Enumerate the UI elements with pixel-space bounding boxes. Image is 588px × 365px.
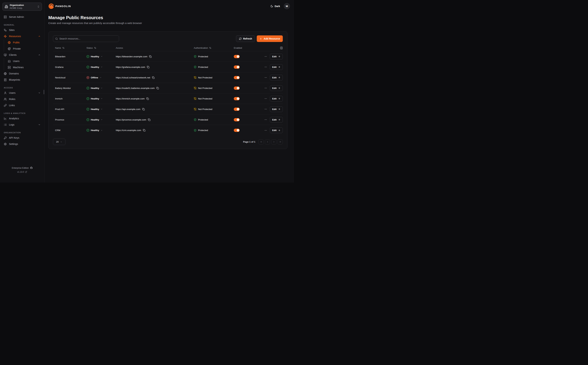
row-menu-icon[interactable] <box>264 76 267 79</box>
refresh-button[interactable]: Refresh <box>236 35 255 42</box>
edit-button[interactable]: Edit <box>270 106 283 112</box>
enabled-toggle[interactable] <box>234 76 240 79</box>
add-resource-button[interactable]: Add Resource <box>257 35 283 42</box>
enabled-toggle[interactable] <box>234 55 240 58</box>
enabled-toggle[interactable] <box>234 118 240 121</box>
avatar[interactable]: M <box>284 3 290 9</box>
status-dropdown[interactable]: Healthy <box>86 108 116 111</box>
theme-toggle[interactable]: Dark <box>270 5 280 7</box>
edit-button[interactable]: Edit <box>270 64 283 70</box>
copy-icon[interactable] <box>143 129 145 132</box>
copy-icon[interactable] <box>147 66 150 68</box>
edit-button[interactable]: Edit <box>270 127 283 133</box>
enabled-toggle[interactable] <box>234 65 240 69</box>
sidebar-item-links[interactable]: Links <box>2 102 43 108</box>
access-cell: https://grafana.example.com <box>116 66 194 68</box>
edition-link[interactable]: Enterprise Edition <box>0 167 44 169</box>
status-dropdown[interactable]: Healthy <box>86 55 116 58</box>
status-dropdown[interactable]: Healthy <box>86 118 116 121</box>
next-page-button[interactable] <box>271 139 276 145</box>
column-header-authentication[interactable]: Authentication <box>194 47 234 49</box>
status-label: Offline <box>91 76 98 79</box>
row-actions: Edit <box>262 106 283 112</box>
search-input[interactable] <box>59 37 117 40</box>
authentication-cell: Not Protected <box>194 97 234 100</box>
copy-icon[interactable] <box>146 97 149 100</box>
status-dropdown[interactable]: Healthy <box>86 97 116 100</box>
sidebar-item-public[interactable]: Public <box>6 39 43 46</box>
page-header: Manage Public Resources Create and manag… <box>48 15 287 25</box>
row-menu-icon[interactable] <box>264 97 267 100</box>
page-size-select[interactable]: 20 <box>53 139 65 145</box>
status-dropdown[interactable]: Offline <box>86 76 116 79</box>
sidebar-item-analytics[interactable]: Analytics <box>2 115 43 122</box>
chevron-down-icon <box>101 66 103 68</box>
sidebar-scrollbar[interactable] <box>44 90 44 94</box>
status-dropdown[interactable]: Healthy <box>86 129 116 132</box>
copy-icon[interactable] <box>148 119 150 121</box>
previous-page-button[interactable] <box>265 139 270 145</box>
edit-button[interactable]: Edit <box>270 54 283 59</box>
edit-button[interactable]: Edit <box>270 85 283 91</box>
sidebar-item-sites[interactable]: Sites <box>2 27 43 33</box>
row-menu-icon[interactable] <box>264 118 267 121</box>
copy-icon[interactable] <box>149 55 152 58</box>
edit-button-label: Edit <box>272 55 277 58</box>
resource-url: https://crm.example.com <box>116 129 141 132</box>
copy-icon[interactable] <box>156 87 159 89</box>
version-link[interactable]: v1.13.0 <box>0 171 44 173</box>
copy-icon[interactable] <box>152 76 155 79</box>
row-menu-icon[interactable] <box>264 129 267 132</box>
column-header-status[interactable]: Status <box>86 47 116 49</box>
enabled-cell <box>234 76 262 79</box>
sidebar-item-api-keys[interactable]: API Keys <box>2 135 43 141</box>
toggle-knob <box>237 66 239 68</box>
circle-check-icon <box>86 129 89 132</box>
row-menu-icon[interactable] <box>264 55 267 58</box>
circle-check-icon <box>86 118 89 121</box>
edit-button[interactable]: Edit <box>270 117 283 123</box>
last-page-button[interactable] <box>278 139 283 145</box>
authentication-label: Protected <box>198 119 208 121</box>
brand[interactable]: PANGOLIN <box>48 3 71 9</box>
sidebar-item-machines[interactable]: Machines <box>6 64 43 70</box>
enabled-cell <box>234 86 262 90</box>
edit-button[interactable]: Edit <box>270 75 283 80</box>
sidebar-item-client-users[interactable]: Users <box>6 58 43 64</box>
card-toolbar: Refresh Add Resource <box>53 35 283 42</box>
sidebar-item-server-admin[interactable]: Server Admin <box>2 14 43 20</box>
resource-url: https://node01.batteries.example.com <box>116 87 155 89</box>
sidebar-item-label: Links <box>9 104 41 107</box>
sidebar-item-private[interactable]: Private <box>6 46 43 52</box>
sort-icon <box>62 47 65 49</box>
chevron-down-icon <box>101 87 103 89</box>
row-menu-icon[interactable] <box>264 108 267 111</box>
plus-icon <box>260 37 262 40</box>
sidebar-item-logs[interactable]: Logs <box>2 122 43 128</box>
sidebar-item-roles[interactable]: Roles <box>2 96 43 102</box>
enabled-toggle[interactable] <box>234 86 240 90</box>
resource-url: https://proxmox.example.com <box>116 119 146 121</box>
status-dropdown[interactable]: Healthy <box>86 66 116 69</box>
column-settings-icon[interactable] <box>280 47 283 49</box>
row-menu-icon[interactable] <box>264 66 267 68</box>
edit-button[interactable]: Edit <box>270 96 283 102</box>
sidebar-item-resources[interactable]: Resources <box>2 33 43 39</box>
sidebar-item-domains[interactable]: Domains <box>2 70 43 77</box>
enabled-toggle[interactable] <box>234 129 240 132</box>
sidebar-item-users[interactable]: Users <box>2 90 43 96</box>
sidebar-item-clients[interactable]: Clients <box>2 52 43 58</box>
sidebar-item-settings[interactable]: Settings <box>2 141 43 147</box>
column-header-name[interactable]: Name <box>53 47 86 49</box>
enabled-toggle[interactable] <box>234 97 240 100</box>
row-menu-icon[interactable] <box>264 87 267 89</box>
status-dropdown[interactable]: Healthy <box>86 87 116 90</box>
table-body: Bitwarden Healthy https://bitwarden.exam… <box>53 51 283 135</box>
first-page-button[interactable] <box>259 139 264 145</box>
copy-icon[interactable] <box>142 108 145 111</box>
sidebar-item-blueprints[interactable]: Blueprints <box>2 77 43 83</box>
row-actions: Edit <box>262 54 283 59</box>
chevron-down-icon <box>101 119 103 121</box>
org-switcher[interactable]: Organization ACME Corp. <box>2 3 42 11</box>
enabled-toggle[interactable] <box>234 108 240 111</box>
